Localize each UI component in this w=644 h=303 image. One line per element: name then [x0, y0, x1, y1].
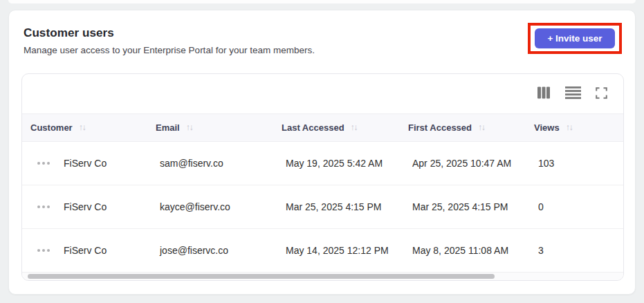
last-accessed-cell: Mar 25, 2025 4:15 PM	[273, 201, 400, 212]
table-row: FiServ Co jose@fiservc.co May 14, 2025 1…	[22, 229, 623, 273]
customer-cell: FiServ Co	[22, 158, 147, 169]
table-row: FiServ Co kayce@fiserv.co Mar 25, 2025 4…	[22, 185, 623, 229]
page-title: Customer users	[24, 26, 315, 40]
table-header-row: Customer ↑↓ Email ↑↓ Last Accessed ↑↓ Fi…	[22, 113, 623, 142]
table-toolbar	[22, 74, 623, 113]
first-accessed-cell: May 8, 2025 11:08 AM	[400, 245, 526, 256]
sort-icon[interactable]: ↑↓	[478, 122, 485, 132]
column-header-customer[interactable]: Customer ↑↓	[22, 122, 147, 133]
customer-name: FiServ Co	[64, 245, 107, 256]
ellipsis-icon	[37, 162, 40, 165]
row-menu-button[interactable]	[37, 248, 50, 253]
customer-users-card: Customer users Manage user access to you…	[8, 10, 636, 295]
column-header-views[interactable]: Views ↑↓	[526, 122, 623, 133]
card-header: Customer users Manage user access to you…	[9, 10, 635, 55]
column-header-last-accessed[interactable]: Last Accessed ↑↓	[273, 122, 400, 133]
page-subtitle: Manage user access to your Enterprise Po…	[24, 45, 315, 55]
column-header-first-accessed[interactable]: First Accessed ↑↓	[400, 122, 526, 133]
column-header-label: Views	[534, 122, 560, 133]
annotation-highlight: + Invite user	[528, 23, 622, 54]
customer-name: FiServ Co	[64, 201, 107, 212]
invite-user-button[interactable]: + Invite user	[535, 28, 615, 48]
sort-icon[interactable]: ↑↓	[351, 122, 358, 132]
column-header-label: Email	[156, 122, 180, 133]
customer-name: FiServ Co	[64, 158, 107, 169]
scrollbar-thumb[interactable]	[28, 274, 495, 279]
fullscreen-icon	[596, 87, 607, 101]
column-header-label: Last Accessed	[282, 122, 344, 133]
column-header-label: First Accessed	[408, 122, 472, 133]
customer-cell: FiServ Co	[22, 201, 147, 212]
previous-card-edge	[8, 0, 636, 3]
row-density-icon	[565, 86, 581, 102]
ellipsis-icon	[37, 205, 40, 208]
views-cell: 3	[526, 245, 623, 256]
first-accessed-cell: Apr 25, 2025 10:47 AM	[400, 158, 526, 169]
customer-cell: FiServ Co	[22, 245, 147, 256]
views-cell: 103	[526, 158, 623, 169]
ellipsis-icon	[37, 249, 40, 252]
email-cell: kayce@fiserv.co	[147, 201, 273, 212]
columns-icon	[537, 86, 551, 102]
first-accessed-cell: Mar 25, 2025 4:15 PM	[400, 201, 526, 212]
horizontal-scrollbar[interactable]	[22, 273, 623, 281]
fullscreen-button[interactable]	[596, 87, 607, 101]
last-accessed-cell: May 14, 2025 12:12 PM	[273, 245, 400, 256]
row-menu-button[interactable]	[37, 204, 50, 210]
email-cell: sam@fiserv.co	[147, 158, 273, 169]
card-header-text: Customer users Manage user access to you…	[24, 26, 315, 55]
row-density-button[interactable]	[565, 86, 581, 102]
views-cell: 0	[526, 201, 623, 212]
table-row: FiServ Co sam@fiserv.co May 19, 2025 5:4…	[22, 142, 623, 185]
sort-icon[interactable]: ↑↓	[566, 122, 573, 132]
last-accessed-cell: May 19, 2025 5:42 AM	[273, 158, 400, 169]
column-header-label: Customer	[30, 122, 73, 133]
row-menu-button[interactable]	[37, 160, 50, 166]
sort-icon[interactable]: ↑↓	[79, 122, 86, 132]
sort-icon[interactable]: ↑↓	[186, 122, 193, 132]
customer-users-page: { "page": { "title": "Customer users", "…	[0, 0, 644, 303]
column-header-email[interactable]: Email ↑↓	[147, 122, 273, 133]
users-table-panel: Customer ↑↓ Email ↑↓ Last Accessed ↑↓ Fi…	[21, 73, 624, 281]
columns-button[interactable]	[537, 86, 551, 102]
email-cell: jose@fiservc.co	[147, 245, 273, 256]
